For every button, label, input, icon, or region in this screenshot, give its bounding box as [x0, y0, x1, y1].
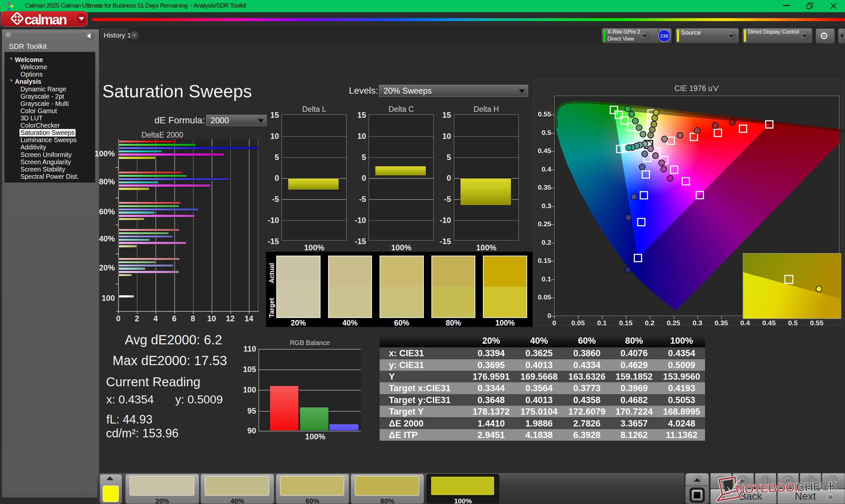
svg-text:NOTEBOOK: NOTEBOOK — [736, 480, 804, 496]
svg-text:CHECK: CHECK — [796, 479, 838, 494]
